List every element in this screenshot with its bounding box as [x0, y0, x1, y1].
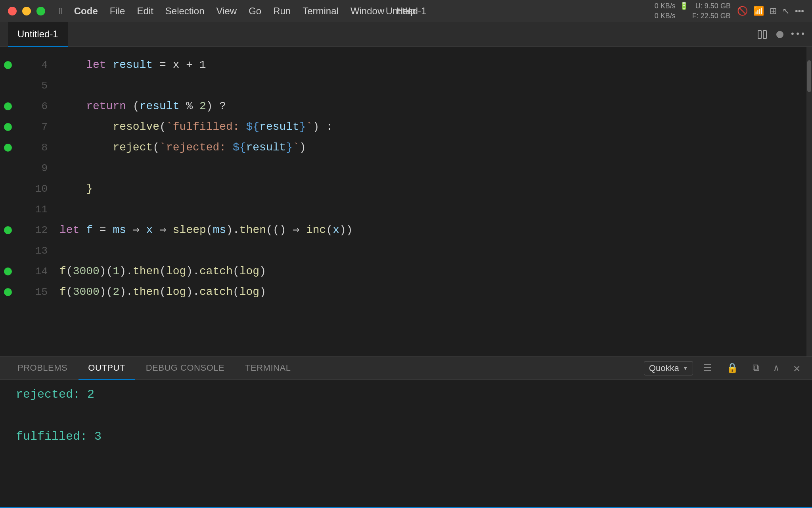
bp-line-10: [0, 179, 16, 199]
code-line-5: [59, 75, 806, 96]
battery-icon: 🔋: [680, 2, 688, 10]
net-down-label: 0 KB/s: [655, 2, 676, 10]
code-line-6: return (result % 2) ?: [59, 96, 806, 117]
bp-line-4: [0, 55, 16, 75]
bp-line-7: [0, 117, 16, 137]
menu-file[interactable]: File: [104, 4, 131, 18]
collapse-panel-icon[interactable]: ∧: [770, 360, 783, 376]
output-panel: PROBLEMS OUTPUT DEBUG CONSOLE TERMINAL Q…: [0, 356, 812, 507]
more-icon: •••: [795, 6, 804, 16]
bp-line-6: [0, 96, 16, 117]
line-num-10: 10: [16, 179, 48, 199]
system-stats: 0 KB/s 0 KB/s 🔋 U: 9.50 GB F: 22.50 GB: [655, 1, 731, 21]
quokka-label: Quokka: [649, 363, 679, 373]
prohibit-icon: 🚫: [737, 6, 748, 16]
menu-terminal[interactable]: Terminal: [297, 4, 344, 18]
more-tab-options-icon[interactable]: •••: [791, 28, 804, 41]
lock-icon[interactable]: 🔒: [722, 360, 742, 376]
menu-window[interactable]: Window: [345, 4, 390, 18]
breakpoint-8[interactable]: [4, 144, 12, 152]
line-num-7: 7: [16, 117, 48, 137]
panel-tabs-right: Quokka ▾ ☰ 🔒 ⧉ ∧ ✕: [644, 359, 804, 377]
tab-bar-right: •••: [756, 28, 804, 41]
panel-tab-bar: PROBLEMS OUTPUT DEBUG CONSOLE TERMINAL Q…: [0, 357, 812, 380]
menu-view[interactable]: View: [211, 4, 243, 18]
bp-line-5: [0, 75, 16, 96]
memory-used-label: U: 9.50 GB: [695, 2, 731, 10]
output-line-spacer: [16, 405, 796, 426]
code-line-11: [59, 199, 806, 220]
line-num-4: 4: [16, 55, 48, 75]
line-num-14: 14: [16, 261, 48, 282]
line-num-8: 8: [16, 137, 48, 158]
code-line-13: [59, 241, 806, 261]
bp-line-14: [0, 261, 16, 282]
tab-terminal[interactable]: TERMINAL: [236, 357, 300, 380]
bp-line-8: [0, 137, 16, 158]
menu-go[interactable]: Go: [243, 4, 267, 18]
breakpoint-7[interactable]: [4, 123, 12, 131]
tab-untitled[interactable]: Untitled-1: [8, 22, 68, 47]
minimize-button[interactable]: [22, 7, 31, 15]
line-num-13: 13: [16, 241, 48, 261]
close-button[interactable]: [8, 7, 17, 15]
code-line-4: let result = x + 1: [59, 55, 806, 75]
tab-bar-left: Untitled-1: [8, 22, 68, 47]
editor-tab-bar: Untitled-1 •••: [0, 22, 812, 47]
code-line-12: let f = ms ⇒ x ⇒ sleep(ms).then(() ⇒ inc…: [59, 220, 806, 241]
pointer-icon: ↖: [782, 6, 789, 16]
menu-edit[interactable]: Edit: [131, 4, 159, 18]
menu-extras-icon: ⊞: [770, 6, 777, 16]
split-editor-icon[interactable]: [756, 28, 768, 41]
breakpoint-12[interactable]: [4, 226, 12, 234]
window-title: Untitled-1: [386, 6, 427, 17]
scrollbar-thumb[interactable]: [807, 60, 811, 92]
code-line-9: [59, 158, 806, 179]
bp-line-15: [0, 282, 16, 302]
bp-line-11: [0, 199, 16, 220]
titlebar-left:  Code File Edit Selection View Go Run T…: [8, 4, 421, 18]
window-controls: [8, 7, 45, 15]
system-icons: 🚫 📶 ⊞ ↖ •••: [737, 6, 804, 16]
line-num-12: 12: [16, 220, 48, 241]
breakpoint-15[interactable]: [4, 288, 12, 296]
line-num-6: 6: [16, 96, 48, 117]
circle-icon[interactable]: [776, 31, 783, 38]
menu-apple[interactable]: : [53, 4, 68, 18]
clear-output-icon[interactable]: ☰: [699, 360, 716, 376]
breakpoint-6[interactable]: [4, 102, 12, 110]
maximize-button[interactable]: [36, 7, 45, 15]
line-num-11: 11: [16, 199, 48, 220]
memory-free-label: F: 22.50 GB: [692, 12, 731, 20]
close-panel-icon[interactable]: ✕: [789, 359, 804, 377]
breakpoint-4[interactable]: [4, 61, 12, 69]
line-num-5: 5: [16, 75, 48, 96]
bp-line-13: [0, 241, 16, 261]
titlebar-right: 0 KB/s 0 KB/s 🔋 U: 9.50 GB F: 22.50 GB 🚫…: [655, 1, 804, 21]
bp-line-9: [0, 158, 16, 179]
line-num-15: 15: [16, 282, 48, 302]
code-line-8: reject(`rejected: ${result}`): [59, 137, 806, 158]
breakpoint-14[interactable]: [4, 267, 12, 275]
code-editor[interactable]: let result = x + 1 return (result % 2) ?…: [56, 47, 806, 356]
code-line-15: f(3000)(2).then(log).catch(log): [59, 282, 806, 302]
tab-debug-console[interactable]: DEBUG CONSOLE: [136, 357, 234, 380]
line-num-9: 9: [16, 158, 48, 179]
title-bar:  Code File Edit Selection View Go Run T…: [0, 0, 812, 22]
wifi-icon: 📶: [753, 6, 764, 16]
net-up-label: 0 KB/s: [655, 12, 676, 20]
panel-content: rejected: 2 fulfilled: 3: [0, 380, 812, 507]
code-line-10: }: [59, 179, 806, 199]
tab-output[interactable]: OUTPUT: [79, 357, 134, 380]
quokka-dropdown-icon: ▾: [683, 363, 688, 373]
editor-scrollbar[interactable]: [806, 47, 812, 356]
copy-icon[interactable]: ⧉: [749, 360, 763, 376]
menu-run[interactable]: Run: [268, 4, 296, 18]
menu-code[interactable]: Code: [69, 4, 103, 18]
quokka-selector[interactable]: Quokka ▾: [644, 361, 693, 375]
menu-selection[interactable]: Selection: [160, 4, 210, 18]
line-numbers: 4 5 6 7 8 9 10 11 12 13 14 15: [16, 47, 56, 356]
tab-problems[interactable]: PROBLEMS: [8, 357, 77, 380]
breakpoints-gutter: [0, 47, 16, 356]
editor-area: 4 5 6 7 8 9 10 11 12 13 14 15 let result…: [0, 47, 812, 356]
